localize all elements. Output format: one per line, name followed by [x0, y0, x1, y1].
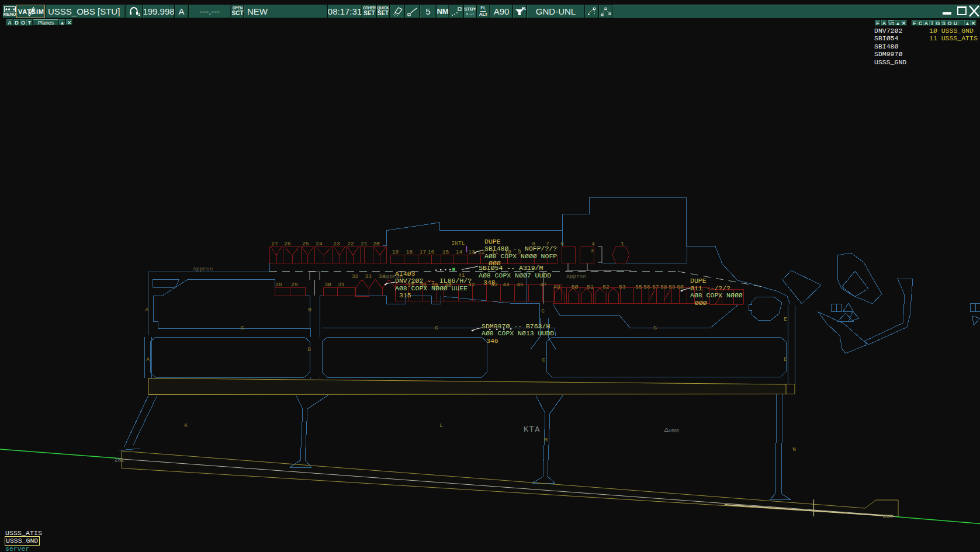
svg-text:53: 53 [619, 284, 626, 290]
svg-text:INTL: INTL [452, 240, 465, 247]
svg-text:SBI48Ø -- NOFP/?/?: SBI48Ø -- NOFP/?/? [484, 245, 557, 252]
svg-text:29: 29 [291, 282, 298, 288]
svg-text:M: M [544, 437, 548, 443]
svg-text:5Ø: 5Ø [572, 284, 579, 290]
svg-text:21: 21 [361, 241, 368, 247]
svg-text:18: 18 [406, 249, 413, 255]
svg-text:DNV72Ø2 -- IL86/H/?: DNV72Ø2 -- IL86/H/? [395, 277, 472, 284]
svg-text:E: E [784, 316, 787, 322]
svg-text:315: 315 [399, 291, 411, 299]
svg-text:Ø11 --/?/?: Ø11 --/?/? [690, 284, 730, 292]
svg-text:G: G [435, 325, 438, 331]
svg-text:2Ø: 2Ø [373, 241, 380, 247]
svg-text:58: 58 [660, 284, 667, 290]
svg-text:DUPE: DUPE [484, 238, 501, 245]
svg-text:15: 15 [442, 249, 449, 255]
svg-text:B: B [307, 346, 311, 353]
svg-text:C: C [542, 357, 545, 363]
svg-text:SDM997Ø -- B763/H: SDM997Ø -- B763/H [482, 322, 550, 330]
svg-text:DUPE: DUPE [690, 277, 707, 284]
svg-text:6Ø: 6Ø [677, 284, 684, 290]
svg-text:L: L [439, 422, 443, 429]
svg-text:19: 19 [392, 249, 399, 255]
svg-text:27: 27 [271, 241, 278, 247]
svg-text:59: 59 [669, 284, 676, 290]
svg-text:AØ8 COPX NØØØ NOFP: AØ8 COPX NØØØ NOFP [484, 252, 557, 260]
svg-text:3: 3 [590, 248, 594, 254]
svg-text:USSS: USSS [669, 429, 679, 433]
svg-text:Ø8R: Ø8R [883, 513, 893, 520]
svg-text:A: A [145, 307, 148, 313]
svg-text:56: 56 [643, 284, 650, 290]
svg-text:G: G [653, 325, 657, 331]
svg-text:AØ8 COPX NØØ7 UUDD: AØ8 COPX NØØ7 UUDD [479, 272, 551, 279]
svg-text:25: 25 [302, 241, 309, 247]
svg-text:28: 28 [275, 282, 282, 288]
svg-text:49: 49 [553, 284, 560, 290]
svg-text:346: 346 [486, 337, 498, 345]
svg-text:A: A [146, 356, 150, 363]
svg-text:K: K [184, 422, 188, 429]
svg-text:13: 13 [468, 249, 475, 255]
svg-text:AØ8 COPX NØØØ UUEE: AØ8 COPX NØØØ UUEE [395, 284, 468, 292]
svg-text:1: 1 [621, 241, 624, 247]
svg-text:N: N [792, 446, 796, 453]
svg-text:B: B [308, 307, 311, 313]
svg-text:57: 57 [652, 284, 659, 290]
svg-text:31: 31 [338, 282, 345, 288]
svg-text:G: G [241, 325, 244, 331]
svg-text:47: 47 [540, 282, 546, 288]
svg-text:24: 24 [316, 241, 323, 247]
svg-text:Appron: Appron [193, 266, 213, 272]
svg-text:3Ø: 3Ø [324, 282, 331, 288]
svg-text:AØ8 COPX NØØØ: AØ8 COPX NØØØ [690, 291, 743, 299]
svg-text:45: 45 [517, 282, 524, 288]
svg-text:4: 4 [591, 241, 595, 247]
svg-text:Appron: Appron [566, 273, 586, 280]
svg-text:14: 14 [456, 249, 463, 255]
svg-text:C: C [541, 308, 545, 314]
svg-text:32: 32 [352, 273, 359, 280]
svg-text:26: 26 [284, 241, 291, 247]
svg-text:23: 23 [333, 241, 340, 247]
svg-text:AØ8 COPX NØ13 UUDD: AØ8 COPX NØ13 UUDD [482, 329, 554, 337]
svg-text:52: 52 [602, 284, 610, 290]
svg-text:6: 6 [560, 241, 564, 247]
svg-text:22: 22 [347, 241, 354, 247]
svg-text:ØØØ: ØØØ [695, 299, 707, 307]
svg-text:33: 33 [365, 273, 372, 280]
svg-text:28L: 28L [115, 457, 124, 463]
svg-text:348: 348 [483, 279, 496, 286]
svg-text:44: 44 [503, 282, 510, 288]
svg-text:51: 51 [587, 284, 594, 290]
svg-text:55: 55 [635, 284, 642, 290]
svg-text:SBIØ54 -- A319/M: SBIØ54 -- A319/M [479, 264, 543, 272]
svg-text:KTA: KTA [524, 425, 541, 434]
svg-text:17: 17 [420, 249, 426, 255]
svg-text:E: E [784, 356, 787, 363]
svg-text:16: 16 [428, 249, 435, 255]
